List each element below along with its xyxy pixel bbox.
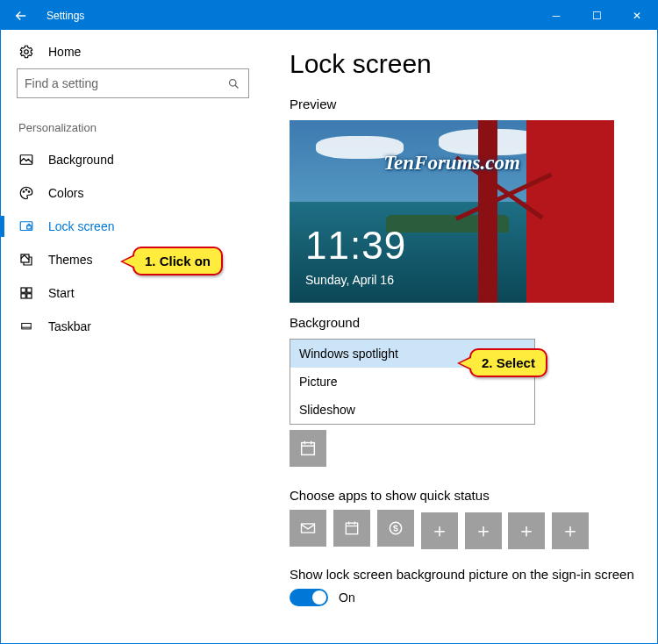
minimize-button[interactable]: ─ bbox=[536, 1, 576, 30]
svg-rect-10 bbox=[21, 288, 25, 292]
search-icon bbox=[225, 75, 241, 91]
signin-picture-label: Show lock screen background picture on t… bbox=[290, 567, 636, 582]
preview-clock: 11:39 bbox=[305, 224, 406, 268]
preview-watermark: TenForums.com bbox=[290, 152, 614, 175]
quick-status-tile-add[interactable]: ＋ bbox=[552, 512, 589, 549]
search-placeholder: Find a setting bbox=[25, 76, 225, 90]
svg-rect-14 bbox=[22, 324, 32, 329]
palette-icon bbox=[18, 185, 34, 201]
maximize-button[interactable]: ☐ bbox=[576, 1, 617, 30]
sidebar-item-label: Themes bbox=[48, 253, 93, 267]
main-panel: Lock screen Preview TenForums.com 11:39 … bbox=[268, 30, 657, 643]
dropdown-option-slideshow[interactable]: Slideshow bbox=[290, 396, 534, 424]
quick-status-label: Choose apps to show quick status bbox=[290, 488, 636, 503]
svg-rect-8 bbox=[27, 225, 32, 229]
page-title: Lock screen bbox=[290, 49, 636, 79]
home-label: Home bbox=[48, 45, 81, 59]
search-input[interactable]: Find a setting bbox=[17, 68, 249, 98]
quick-status-apps: ＋ ＋ ＋ ＋ bbox=[290, 510, 636, 549]
start-icon bbox=[18, 285, 34, 301]
svg-point-4 bbox=[23, 191, 25, 193]
sidebar-home[interactable]: Home bbox=[17, 42, 268, 68]
svg-line-2 bbox=[235, 85, 238, 88]
sidebar-item-label: Start bbox=[48, 286, 75, 300]
preview-label: Preview bbox=[290, 97, 636, 111]
back-button[interactable] bbox=[1, 1, 41, 30]
quick-status-tile-add[interactable]: ＋ bbox=[465, 512, 502, 549]
annotation-step-2: 2. Select bbox=[469, 348, 547, 377]
svg-rect-13 bbox=[27, 294, 32, 298]
preview-date: Sunday, April 16 bbox=[305, 273, 394, 287]
sidebar-item-label: Taskbar bbox=[48, 319, 91, 333]
sidebar: Home Find a setting Personalization Back… bbox=[1, 30, 268, 643]
sidebar-item-label: Lock screen bbox=[48, 219, 114, 233]
background-label: Background bbox=[290, 315, 636, 330]
detailed-status-app-tile[interactable] bbox=[290, 430, 326, 467]
svg-rect-16 bbox=[302, 443, 315, 455]
picture-icon bbox=[18, 152, 34, 168]
close-button[interactable]: ✕ bbox=[617, 1, 657, 30]
svg-point-0 bbox=[25, 50, 29, 54]
annotation-step-1: 1. Click on bbox=[132, 247, 223, 275]
svg-rect-20 bbox=[302, 524, 315, 533]
sidebar-item-taskbar[interactable]: Taskbar bbox=[17, 310, 268, 343]
sidebar-item-colors[interactable]: Colors bbox=[17, 176, 268, 210]
svg-point-6 bbox=[28, 191, 30, 193]
lock-screen-preview: TenForums.com 11:39 Sunday, April 16 bbox=[290, 120, 614, 303]
svg-rect-21 bbox=[346, 523, 357, 534]
svg-rect-11 bbox=[27, 288, 32, 292]
title-bar: Settings ─ ☐ ✕ bbox=[1, 1, 657, 30]
toggle-state-text: On bbox=[339, 590, 355, 605]
sidebar-item-lock-screen[interactable]: Lock screen bbox=[17, 210, 268, 243]
gear-icon bbox=[18, 44, 34, 60]
lock-screen-icon bbox=[18, 218, 34, 234]
quick-status-tile-skype[interactable] bbox=[377, 510, 414, 547]
sidebar-item-start[interactable]: Start bbox=[17, 276, 268, 310]
quick-status-tile-calendar[interactable] bbox=[333, 510, 370, 547]
signin-picture-toggle[interactable] bbox=[290, 589, 328, 606]
quick-status-tile-add[interactable]: ＋ bbox=[421, 512, 458, 549]
svg-rect-12 bbox=[21, 294, 25, 298]
taskbar-icon bbox=[18, 318, 34, 334]
window-title: Settings bbox=[41, 10, 84, 22]
quick-status-tile-add[interactable]: ＋ bbox=[508, 512, 545, 549]
svg-point-1 bbox=[229, 79, 236, 86]
quick-status-tile-mail[interactable] bbox=[290, 510, 326, 547]
svg-point-5 bbox=[25, 190, 27, 191]
sidebar-item-label: Background bbox=[48, 153, 114, 167]
sidebar-item-label: Colors bbox=[48, 186, 83, 200]
themes-icon bbox=[18, 252, 34, 268]
sidebar-section-header: Personalization bbox=[18, 121, 268, 134]
sidebar-item-background[interactable]: Background bbox=[17, 143, 268, 176]
